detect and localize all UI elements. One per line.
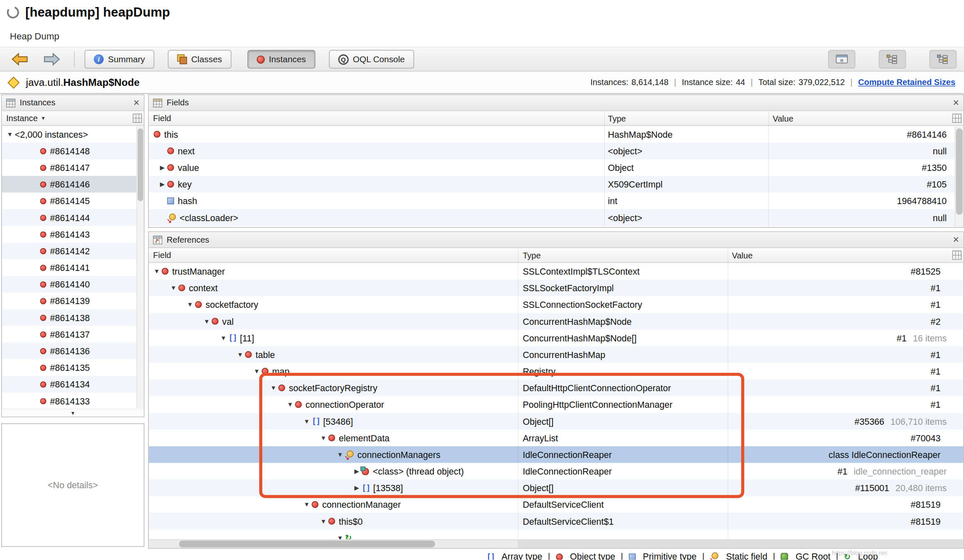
reference-row[interactable]: [11] ConcurrentHashMap$Node[] #116 items	[149, 329, 964, 346]
reference-row[interactable]: trustManager SSLContextImpl$TLSContext #…	[149, 263, 964, 280]
reference-row[interactable]: socketFactoryRegistry DefaultHttpClientC…	[149, 380, 964, 396]
expander-icon[interactable]	[168, 285, 178, 291]
column-field[interactable]: Field	[153, 114, 171, 123]
object-icon	[153, 131, 160, 137]
column-options-icon[interactable]	[952, 114, 962, 123]
close-icon[interactable]	[953, 97, 959, 108]
close-icon[interactable]	[953, 234, 959, 245]
object-icon	[40, 298, 46, 304]
instance-row[interactable]: #8614140	[2, 276, 144, 292]
scrollbar-thumb[interactable]	[179, 541, 435, 547]
instances-scrollbar[interactable]	[136, 127, 144, 408]
reference-row[interactable]: connectionManager DefaultServiceClient #…	[149, 496, 964, 513]
expander-icon[interactable]	[202, 318, 212, 324]
instance-row[interactable]: #8614141	[2, 259, 144, 276]
column-options-icon[interactable]	[952, 251, 962, 260]
back-button[interactable]	[7, 50, 32, 69]
reference-row[interactable]: [53486] Object[] #35366106,710 items	[149, 413, 964, 429]
expander-icon[interactable]	[302, 418, 312, 424]
column-value[interactable]: Value	[732, 248, 753, 263]
expander-icon[interactable]	[352, 485, 362, 491]
reference-row[interactable]: val ConcurrentHashMap$Node #2	[149, 313, 964, 329]
classes-button[interactable]: Classes	[168, 50, 231, 69]
instance-row-selected[interactable]: #8614146	[2, 176, 144, 192]
field-row[interactable]: <classLoader> <object> null	[149, 209, 964, 226]
instance-row[interactable]: #8614148	[2, 143, 144, 159]
field-row[interactable]: key X509CertImpl #105	[149, 176, 964, 192]
references-hscrollbar[interactable]	[149, 539, 964, 548]
reference-row[interactable]: connectionOperator PoolingHttpClientConn…	[149, 396, 964, 413]
reference-row[interactable]: socketfactory SSLConnectionSocketFactory…	[149, 296, 964, 313]
instance-row[interactable]: #8614137	[2, 326, 144, 343]
instance-row[interactable]: #8614142	[2, 243, 144, 259]
reference-row[interactable]: [13538] Object[] #11500120,480 items	[149, 480, 964, 496]
instance-row[interactable]: #8614133	[2, 392, 144, 408]
instance-row[interactable]: #8614138	[2, 309, 144, 326]
column-options-icon[interactable]	[133, 114, 142, 123]
reference-row-partial[interactable]	[149, 530, 964, 540]
instance-row[interactable]: #8614143	[2, 226, 144, 243]
close-icon[interactable]	[133, 97, 139, 108]
more-rows-indicator[interactable]	[2, 409, 144, 416]
tree-view-button[interactable]	[879, 50, 906, 69]
column-field[interactable]: Field	[153, 251, 171, 260]
instance-row[interactable]: #8614135	[2, 359, 144, 376]
heap-view-button[interactable]	[828, 50, 855, 69]
instances-column-header[interactable]: Instance	[2, 111, 144, 126]
fields-table: Field Type Value this HashMap$Node #8614…	[149, 111, 964, 226]
reference-row[interactable]: <class> (thread object) IdleConnectionRe…	[149, 463, 964, 480]
expander-icon[interactable]	[302, 501, 312, 508]
references-view-button[interactable]	[930, 50, 957, 69]
expander-icon[interactable]	[319, 434, 329, 441]
hierarchy-highlight-icon	[937, 54, 949, 64]
expander-icon[interactable]	[157, 164, 167, 171]
fields-column-header: Field Type Value	[149, 111, 964, 126]
compute-retained-sizes-link[interactable]: Compute Retained Sizes	[858, 78, 955, 87]
expander-icon[interactable]	[5, 131, 15, 137]
expander-icon[interactable]	[235, 351, 245, 358]
column-type[interactable]: Type	[523, 248, 541, 263]
forward-button[interactable]	[39, 50, 64, 69]
oql-console-button[interactable]: OQL Console	[329, 50, 414, 69]
reference-row[interactable]: this$0 DefaultServiceClient$1 #81519	[149, 513, 964, 529]
field-row[interactable]: value Object #1350	[149, 159, 964, 176]
instance-row[interactable]: #8614144	[2, 209, 144, 226]
reference-row[interactable]: context SSLSocketFactoryImpl #1	[149, 280, 964, 296]
field-row[interactable]: this HashMap$Node #8614146	[149, 126, 964, 143]
expander-icon[interactable]	[219, 334, 229, 341]
tab-heap-dump[interactable]: Heap Dump	[10, 31, 59, 41]
reference-row-selected[interactable]: connectionManagers IdleConnectionReaper …	[149, 446, 964, 463]
summary-button[interactable]: Summary	[85, 50, 154, 69]
static-field-icon	[710, 553, 719, 560]
instance-row[interactable]: #8614136	[2, 343, 144, 359]
instance-row[interactable]: #8614134	[2, 376, 144, 392]
instance-row[interactable]: #8614139	[2, 292, 144, 309]
scrollbar-track-shade	[518, 540, 963, 548]
expander-icon[interactable]	[252, 368, 262, 375]
field-row[interactable]: next <object> null	[149, 143, 964, 159]
expander-icon[interactable]	[285, 401, 295, 408]
fields-rows: this HashMap$Node #8614146 next <object>…	[149, 126, 964, 227]
reference-row[interactable]: elementData ArrayList #70043	[149, 430, 964, 446]
expander-icon[interactable]	[152, 268, 162, 275]
expander-icon[interactable]	[335, 534, 345, 539]
column-type[interactable]: Type	[608, 111, 626, 126]
field-row[interactable]: hash int 1964788410	[149, 192, 964, 209]
scrollbar-thumb[interactable]	[956, 128, 963, 214]
fields-scrollbar[interactable]	[955, 127, 964, 227]
expander-icon[interactable]	[185, 301, 195, 308]
reference-row[interactable]: table ConcurrentHashMap #1	[149, 346, 964, 363]
instances-button[interactable]: Instances	[247, 50, 315, 69]
instance-row[interactable]: #8614147	[2, 159, 144, 176]
scrollbar-thumb[interactable]	[138, 128, 143, 201]
expander-icon[interactable]	[268, 385, 278, 391]
expander-icon[interactable]	[319, 518, 329, 524]
instances-root-row[interactable]: <2,000 instances>	[2, 126, 144, 143]
reference-row[interactable]: map Registry #1	[149, 363, 964, 380]
column-value[interactable]: Value	[773, 111, 794, 126]
expander-icon[interactable]	[157, 181, 167, 187]
object-icon	[40, 231, 46, 237]
window-icon	[835, 54, 848, 64]
expander-icon[interactable]	[335, 451, 345, 458]
instance-row[interactable]: #8614145	[2, 192, 144, 209]
